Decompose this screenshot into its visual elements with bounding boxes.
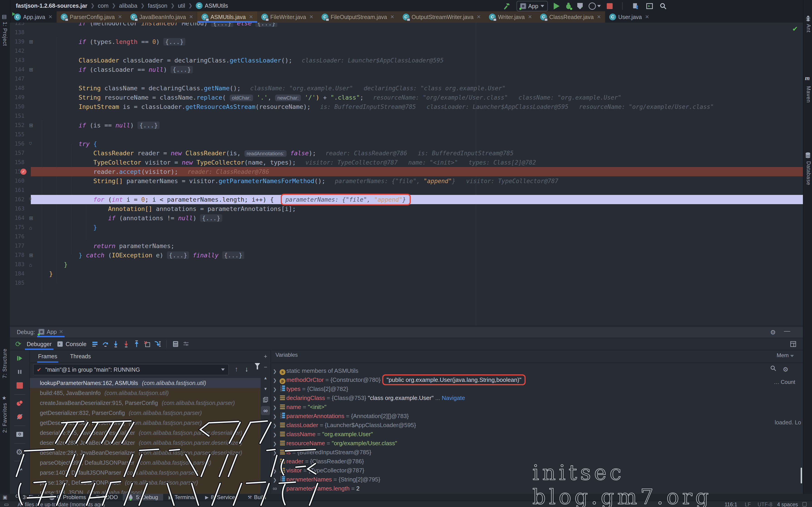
tab-console[interactable]: Console [65, 338, 90, 350]
tab-threads[interactable]: Threads [69, 350, 92, 363]
code-line[interactable]: 185 [10, 278, 803, 288]
expander-icon[interactable]: ❯ [271, 403, 279, 412]
run-to-cursor-icon[interactable] [152, 339, 163, 349]
fold-marker-icon[interactable]: ⌂ [29, 139, 32, 149]
variable-row[interactable]: ❯name = "<init>" [271, 402, 803, 411]
code-line[interactable]: 147 [10, 74, 803, 83]
code-line[interactable]: 177return parameterNames; [10, 241, 803, 250]
editor-tab[interactable]: CUser.java✕ [605, 11, 653, 23]
close-icon[interactable]: ✕ [48, 14, 52, 20]
step-out-icon[interactable] [132, 339, 142, 349]
sidebar-item-favorites[interactable]: 2: Favorites [2, 403, 8, 433]
code-line[interactable]: 157ClassReader reader = new ClassReader(… [10, 149, 803, 158]
breadcrumb-item[interactable]: com [98, 0, 108, 11]
close-icon[interactable]: ✕ [309, 14, 313, 20]
fold-marker-icon[interactable]: ⌂ [29, 195, 32, 204]
fold-marker-icon[interactable]: ⊞ [29, 214, 33, 223]
close-icon[interactable]: ✕ [477, 14, 481, 20]
frame-up-icon[interactable]: ↑ [235, 365, 238, 373]
stack-frame-row[interactable]: parseObject:395, DefaultJSONParser (com.… [30, 458, 261, 468]
expander-icon[interactable]: ❯ [271, 412, 279, 421]
resume-icon[interactable] [14, 353, 25, 363]
debugger-settings-gear-icon[interactable]: ⚙ [14, 447, 25, 457]
bottom-bar-item-todo[interactable]: ☰TODO [91, 494, 123, 501]
run-anything-icon[interactable] [646, 2, 653, 10]
expander-icon[interactable]: ❯ [271, 376, 279, 385]
editor-tab[interactable]: CApp.java✕ [10, 11, 57, 23]
code-line[interactable]: 160String[] parameterNames = visitor.get… [10, 176, 803, 186]
code-line[interactable]: 150InputStream is = classLoader.getResou… [10, 102, 803, 111]
debug-button[interactable] [565, 3, 571, 9]
pin-icon[interactable]: 📌︎ [14, 464, 25, 475]
editor-tab[interactable]: CJavaBeanInfo.java✕ [126, 11, 197, 23]
memory-view-toggle[interactable]: Mem [777, 352, 794, 358]
code-line[interactable]: 164⊞if (annotations != null) {...} [10, 214, 803, 223]
close-icon[interactable]: ✕ [118, 14, 122, 20]
show-execution-point-icon[interactable] [90, 339, 100, 349]
frame-down-icon[interactable]: ↓ [245, 365, 248, 373]
code-line[interactable]: 151 [10, 111, 803, 121]
fold-marker-icon[interactable]: ⌂ [29, 223, 32, 232]
sidebar-item-ant[interactable]: Ant [805, 24, 812, 33]
tab-debugger[interactable]: Debugger [23, 338, 55, 350]
remove-watch-icon[interactable]: − [261, 362, 270, 372]
breadcrumb-item[interactable]: ASMUtils [205, 0, 228, 11]
force-step-into-icon[interactable] [121, 339, 132, 349]
mute-breakpoints-icon[interactable] [14, 411, 25, 422]
sidebar-item-maven[interactable]: Maven [805, 86, 812, 103]
code-line[interactable]: 162⌂for (int i = 0; i < parameterNames.l… [10, 195, 803, 204]
code-line[interactable]: 142 [10, 46, 803, 56]
view-breakpoints-icon[interactable] [14, 398, 25, 408]
sidebar-item-project[interactable]: 1: Project [2, 22, 8, 46]
close-icon[interactable]: ✕ [249, 14, 253, 20]
variable-row[interactable]: ❯declaringClass = {Class@753} "class org… [271, 393, 803, 402]
expander-icon[interactable]: ❯ [271, 466, 279, 475]
breadcrumb-item[interactable]: fastjson [148, 0, 167, 11]
code-line[interactable]: 156⌂try { [10, 139, 803, 149]
expander-icon[interactable]: ❯ [271, 448, 279, 457]
code-line[interactable]: 125if (methodOrCtor instanceof Method) {… [10, 23, 803, 28]
code-line[interactable]: 144⊞if (classLoader == null) {...} [10, 65, 803, 74]
build-hammer-icon[interactable] [503, 2, 511, 10]
restore-layout-icon[interactable] [788, 339, 798, 349]
editor-tab[interactable]: CASMUtils.java✕ [197, 11, 257, 23]
editor-tab[interactable]: CFileOutputStream.java✕ [317, 11, 398, 23]
close-icon[interactable]: ✕ [645, 14, 649, 20]
project-tool-icon[interactable]: ▤ [2, 13, 7, 20]
stack-frame-row[interactable]: deserialze:805, JavaBeanDeserializer (co… [30, 428, 261, 438]
variable-row[interactable]: ❯sstatic members of ASMUtils [271, 366, 803, 375]
stack-frame-row[interactable]: createJavaBeanDeserializer:915, ParserCo… [30, 398, 261, 408]
duplicate-icon[interactable] [261, 395, 270, 404]
stack-frame-row[interactable]: deserialze:288, JavaBeanDeserializer (co… [30, 438, 261, 448]
editor-tab[interactable]: CWriter.java✕ [485, 11, 536, 23]
search-everywhere-icon[interactable] [659, 2, 667, 10]
expander-icon[interactable]: ❯ [271, 457, 279, 466]
stack-frame-row[interactable]: getDeserializer:565, ParserConfig (com.a… [30, 418, 261, 428]
stack-frame-row[interactable]: parse:183, JSON (com.alibaba.fastjson) [30, 488, 261, 494]
stack-frame-row[interactable]: parse:1367, DefaultJSONParser (com.aliba… [30, 477, 261, 488]
bottom-bar-item-build[interactable]: ⚒Build [243, 494, 271, 501]
stop-icon[interactable] [14, 380, 25, 391]
bottom-bar-item-debug[interactable]: 5: Debug [123, 494, 163, 501]
expander-icon[interactable]: ❯ [271, 430, 279, 439]
close-icon[interactable]: ✕ [59, 329, 63, 335]
thread-dump-camera-icon[interactable] [14, 429, 25, 440]
code-line[interactable]: 184} [10, 269, 803, 278]
stack-frame-row[interactable]: getDeserializer:832, ParserConfig (com.a… [30, 408, 261, 418]
breadcrumb-item[interactable]: util [178, 0, 185, 11]
breadcrumb-item[interactable]: fastjson-1.2.68-sources.jar [16, 0, 87, 11]
bottom-bar-item-terminal[interactable]: ▣Terminal [163, 494, 200, 501]
sidebar-item-database[interactable]: Database [805, 161, 812, 185]
fold-marker-icon[interactable]: ⌂ [29, 260, 32, 270]
variable-row[interactable]: ❯pmethodOrCtor = {Constructor@780} "publ… [271, 375, 803, 384]
step-over-icon[interactable] [100, 339, 111, 349]
expander-icon[interactable]: ❯ [271, 394, 279, 403]
breadcrumb-item[interactable]: alibaba [119, 0, 138, 11]
bottom-bar-item-services[interactable]: ▶8: Services [200, 494, 243, 501]
code-line[interactable]: 149String resourceName = className.repla… [10, 93, 803, 102]
code-line[interactable]: 178⊞} catch (IOException e) {...} finall… [10, 250, 803, 260]
pause-icon[interactable] [14, 367, 25, 377]
stack-frame-row[interactable]: lookupParameterNames:162, ASMUtils (com.… [30, 378, 261, 388]
variable-row[interactable]: ❯className = "org.example.User" [271, 430, 803, 439]
move-up-icon[interactable]: ▲ [261, 374, 270, 383]
